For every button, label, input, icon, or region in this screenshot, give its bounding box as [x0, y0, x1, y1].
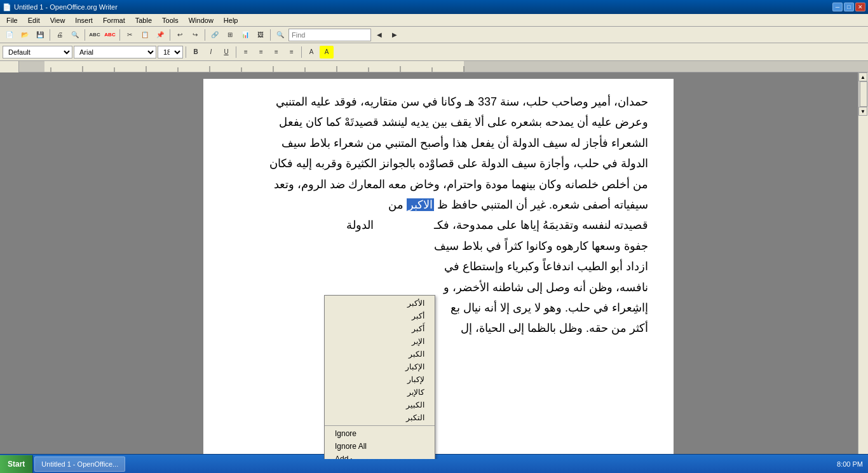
text-line-7: قصيدته لنفسه وتقديمَهُ إياها على ممدوحة،…: [229, 215, 648, 235]
clock: 8:00 PM: [837, 460, 863, 468]
close-button[interactable]: ✕: [855, 3, 865, 11]
scroll-thumb[interactable]: [860, 81, 867, 107]
actions-section: Ignore Ignore All Add AutoCorrect: [325, 426, 435, 459]
toolbar2: Default Arial 18 B I U ≡ ≡ ≡ ≡ A A: [0, 43, 868, 61]
text-line-10: نافسه، وظن أنه وصل إلى شاطنه الأخضر، و: [229, 277, 648, 298]
cut-button[interactable]: ✂: [123, 29, 137, 41]
text-line-4: الدولة في حلب، وأجازة سيف الدولة على قصا…: [229, 153, 648, 174]
text-line-9: ازداد أبو الطيب اندفاعاً وكبرياء وإستطاع…: [229, 256, 648, 277]
menu-tools[interactable]: Tools: [157, 15, 184, 25]
menu-table[interactable]: Table: [130, 15, 157, 25]
add-label: Add: [335, 455, 348, 459]
scroll-down-button[interactable]: ▼: [858, 107, 867, 116]
find-prev-button[interactable]: ◀: [372, 29, 386, 41]
redo-button[interactable]: ↪: [188, 29, 202, 41]
suggestion-10[interactable]: التكبر: [325, 411, 435, 424]
toolbar2-sep1: [186, 46, 186, 58]
ignore-all-label: Ignore All: [335, 442, 367, 451]
menu-window[interactable]: Window: [184, 15, 219, 25]
taskbar-writer-label: Untitled 1 - OpenOffice...: [41, 460, 118, 468]
toolbar2-sep2: [236, 46, 236, 58]
svg-rect-1: [19, 61, 44, 72]
text-line-3: الشعراء فأجاز له سيف الدولة أن يفعل هذا …: [229, 133, 648, 153]
menu-view[interactable]: View: [45, 15, 71, 25]
minimize-button[interactable]: ─: [832, 3, 843, 11]
font-size-select[interactable]: 18: [158, 46, 183, 58]
font-color-button[interactable]: A: [304, 46, 318, 58]
table-button[interactable]: ⊞: [223, 29, 237, 41]
suggestion-9[interactable]: الكبير: [325, 399, 435, 411]
menu-file[interactable]: File: [1, 15, 23, 25]
print-button[interactable]: 🖨: [53, 29, 67, 41]
paste-button[interactable]: 📌: [153, 29, 167, 41]
titlebar-controls: ─ □ ✕: [832, 3, 865, 11]
print-preview-button[interactable]: 🔍: [68, 29, 82, 41]
menu-edit[interactable]: Edit: [23, 15, 45, 25]
taskbar-writer-window[interactable]: Untitled 1 - OpenOffice...: [34, 456, 125, 472]
undo-button[interactable]: ↩: [173, 29, 187, 41]
menu-insert[interactable]: Insert: [70, 15, 98, 25]
open-button[interactable]: 📂: [18, 29, 32, 41]
text-line-5: من أخلص خلصانه وكان بينهما مودة واحترام،…: [229, 174, 648, 195]
ignore-all-item[interactable]: Ignore All: [325, 440, 435, 453]
suggestion-4[interactable]: الإبر: [325, 335, 435, 348]
chart-button[interactable]: 📊: [238, 29, 252, 41]
app-icon: 📄: [3, 3, 11, 11]
suggestion-2[interactable]: أكبر: [325, 310, 435, 322]
suggestion-3[interactable]: أَكبر: [325, 322, 435, 335]
suggestion-8[interactable]: كالإبر: [325, 386, 435, 399]
save-button[interactable]: 💾: [33, 29, 47, 41]
suggestion-7[interactable]: لإكبار: [325, 373, 435, 386]
page-area[interactable]: حمدان، أمير وصاحب حلب، سنة 337 هـ وكانا …: [19, 72, 858, 459]
ruler-corner: [0, 61, 19, 72]
paragraph-style-select[interactable]: Default: [3, 46, 72, 58]
toolbar-sep6: [270, 29, 271, 41]
text-line-1: حمدان، أمير وصاحب حلب، سنة 337 هـ وكانا …: [229, 92, 648, 112]
align-center-button[interactable]: ≡: [254, 46, 268, 58]
svg-rect-2: [464, 61, 868, 72]
italic-button[interactable]: I: [204, 46, 218, 58]
right-scrollbar[interactable]: ▲ ▼: [858, 72, 868, 459]
toolbar-sep3: [119, 29, 120, 41]
text-line-8: جفوة وسعها كارهوه وكانوا كثراً في بلاط س…: [229, 236, 648, 256]
context-menu: الأكبر أكبر أَكبر الإبر الكبر الإكبار لإ…: [324, 295, 435, 459]
bold-button[interactable]: B: [189, 46, 203, 58]
underline-button[interactable]: U: [219, 46, 233, 58]
find-input[interactable]: [288, 29, 371, 41]
menu-help[interactable]: Help: [219, 15, 243, 25]
menu-format[interactable]: Format: [98, 15, 130, 25]
left-margin: [0, 72, 19, 459]
maximize-button[interactable]: □: [844, 3, 854, 11]
ignore-item[interactable]: Ignore: [325, 427, 435, 440]
add-item[interactable]: Add: [325, 453, 435, 459]
selected-word: الاكبر: [407, 198, 434, 211]
text-line-11: إاشِعراء في حلب. وهو لا يرى إلا أنه نيال…: [229, 298, 648, 318]
document-page[interactable]: حمدان، أمير وصاحب حلب، سنة 337 هـ وكانا …: [203, 79, 674, 459]
menubar: File Edit View Insert Format Table Tools…: [0, 14, 868, 27]
spellcheck2-button[interactable]: ABC: [103, 29, 117, 41]
image-button[interactable]: 🖼: [254, 29, 268, 41]
start-button[interactable]: Start: [0, 455, 33, 473]
font-name-select[interactable]: Arial: [74, 46, 156, 58]
text-line-12: أكثر من حقه. وظل بالظما إلى الحياة، إل: [229, 318, 648, 338]
align-justify-button[interactable]: ≡: [285, 46, 299, 58]
new-button[interactable]: 📄: [3, 29, 17, 41]
window-title: Untitled 1 - OpenOffice.org Writer: [14, 3, 118, 11]
titlebar-left: 📄 Untitled 1 - OpenOffice.org Writer: [3, 3, 118, 11]
align-right-button[interactable]: ≡: [269, 46, 283, 58]
suggestion-1[interactable]: الأكبر: [325, 297, 435, 310]
spell-check-button[interactable]: ABC: [88, 29, 102, 41]
scroll-track[interactable]: [858, 81, 868, 107]
hyperlink-button[interactable]: 🔗: [208, 29, 222, 41]
copy-button[interactable]: 📋: [138, 29, 152, 41]
find-toolbar-button[interactable]: 🔍: [273, 29, 287, 41]
text-line-6: سيفياته أصفى شعره. غير أن المتنبي حافظ ظ…: [229, 195, 648, 215]
align-left-button[interactable]: ≡: [239, 46, 253, 58]
suggestion-6[interactable]: الإكبار: [325, 360, 435, 373]
toolbar-sep4: [170, 29, 170, 41]
highlight-button[interactable]: A: [320, 46, 334, 58]
suggestion-5[interactable]: الكبر: [325, 348, 435, 360]
scroll-up-button[interactable]: ▲: [858, 72, 867, 81]
find-next-button[interactable]: ▶: [388, 29, 402, 41]
ruler-container: [0, 61, 868, 72]
